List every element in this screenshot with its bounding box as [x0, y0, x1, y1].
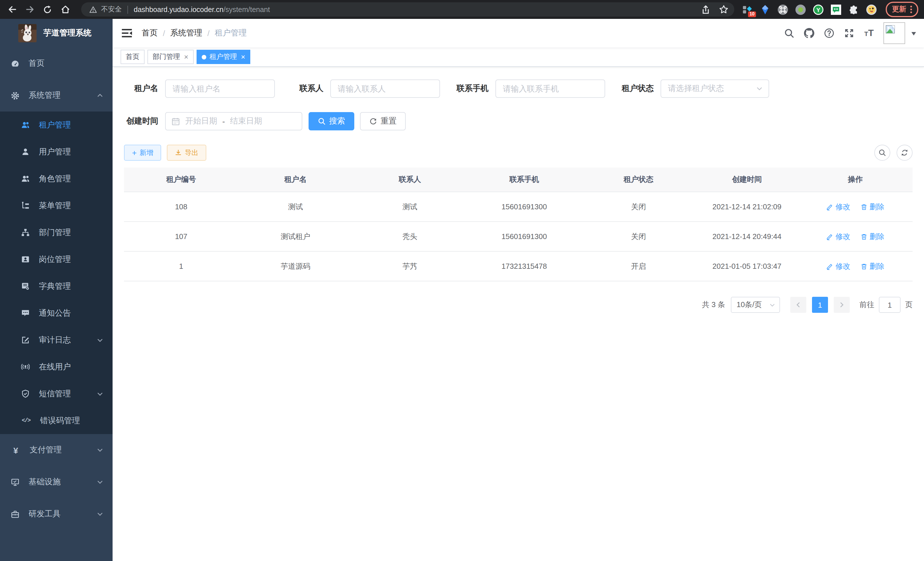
browser-back-button[interactable] [4, 2, 20, 17]
status-select[interactable]: 请选择租户状态 [661, 80, 769, 98]
shield-check-icon [21, 390, 30, 398]
cell-status: 关闭 [581, 192, 696, 222]
mobile-input[interactable] [495, 80, 605, 98]
sidebar-item-dev-tools[interactable]: 研发工具 [0, 498, 112, 530]
delete-link[interactable]: 删除 [860, 202, 884, 212]
table-row[interactable]: 108 测试 测试 15601691300 关闭 2021-12-14 21:0… [124, 192, 913, 222]
reset-button[interactable]: 重置 [360, 112, 406, 130]
sidebar-item-infra[interactable]: 基础设施 [0, 466, 112, 498]
extension-y-icon[interactable]: Y [813, 4, 824, 15]
extension-command-icon[interactable] [778, 4, 788, 15]
audit-log-icon [21, 336, 30, 344]
monitor-icon [11, 478, 20, 486]
app-logo[interactable]: 芋道管理系统 [0, 19, 112, 47]
tag-dept[interactable]: 部门管理 × [147, 50, 194, 64]
fullscreen-icon[interactable] [844, 28, 855, 38]
browser-home-button[interactable] [58, 2, 73, 17]
filter-row-2: 创建时间 开始日期 - 结束日期 搜索 重置 [124, 112, 913, 130]
sidebar-item-audit-log[interactable]: 审计日志 [0, 326, 112, 353]
font-size-icon[interactable]: TT [864, 29, 874, 38]
delete-link[interactable]: 删除 [860, 261, 884, 271]
breadcrumb-home[interactable]: 首页 [142, 28, 158, 38]
extension-tabs-icon[interactable]: 10 [742, 4, 753, 15]
edit-pencil-icon [826, 203, 833, 210]
user-menu[interactable] [884, 22, 916, 44]
sidebar-item-label: 错误码管理 [40, 415, 104, 426]
extension-chat-icon[interactable] [831, 4, 841, 15]
cell-tenant-id: 108 [124, 192, 238, 222]
browser-update-button[interactable]: 更新 [886, 2, 918, 17]
bookmark-star-icon[interactable] [719, 5, 729, 14]
sidebar-item-role[interactable]: 角色管理 [0, 165, 112, 192]
chevron-down-icon [97, 511, 104, 517]
url-path[interactable]: /system/tenant [224, 5, 270, 14]
avatar[interactable] [884, 22, 905, 44]
table-tools [874, 145, 913, 161]
goto-page-input[interactable] [879, 297, 901, 313]
chevron-right-icon [838, 301, 845, 308]
url-host[interactable]: dashboard.yudao.iocoder.cn [134, 5, 224, 14]
sidebar-item-label: 支付管理 [30, 445, 97, 455]
id-badge-icon [21, 255, 30, 264]
extension-emoji-avatar[interactable] [866, 4, 877, 15]
sidebar-item-system[interactable]: 系统管理 [0, 80, 112, 111]
next-page-button[interactable] [834, 297, 850, 313]
edit-link[interactable]: 修改 [826, 261, 850, 271]
sidebar-item-menu[interactable]: 菜单管理 [0, 192, 112, 219]
delete-link[interactable]: 删除 [860, 231, 884, 242]
tag-close-icon[interactable]: × [184, 53, 188, 61]
date-range-picker[interactable]: 开始日期 - 结束日期 [165, 112, 302, 130]
search-button[interactable]: 搜索 [309, 112, 354, 130]
help-icon[interactable] [824, 28, 835, 38]
add-button[interactable]: + 新增 [124, 145, 161, 161]
address-bar[interactable]: 不安全 dashboard.yudao.iocoder.cn/system/te… [81, 2, 734, 17]
contact-input[interactable] [330, 80, 440, 98]
sidebar-item-tenant[interactable]: 租户管理 [0, 111, 112, 138]
breadcrumb-separator: / [207, 29, 210, 38]
browser-forward-button[interactable] [22, 2, 37, 17]
sidebar-item-payment[interactable]: ¥ 支付管理 [0, 434, 112, 466]
edit-link[interactable]: 修改 [826, 231, 850, 242]
filter-label: 创建时间 [124, 116, 158, 126]
cell-created: 2021-01-05 17:03:47 [696, 251, 798, 281]
sidebar-item-sms[interactable]: 短信管理 [0, 380, 112, 407]
calendar-icon [171, 117, 180, 126]
share-icon[interactable] [700, 4, 711, 15]
search-icon[interactable] [784, 28, 795, 38]
sidebar-item-dict[interactable]: 字典管理 [0, 273, 112, 300]
sidebar-item-post[interactable]: 岗位管理 [0, 246, 112, 273]
browser-reload-button[interactable] [40, 2, 55, 17]
cell-actions: 修改 删除 [798, 192, 913, 222]
security-label[interactable]: 不安全 [101, 5, 122, 14]
browser-menu-icon[interactable] [910, 6, 912, 13]
sidebar-item-online-users[interactable]: 在线用户 [0, 353, 112, 380]
extension-recorder-icon[interactable] [795, 4, 806, 15]
breadcrumb-system[interactable]: 系统管理 [170, 28, 202, 38]
sidebar-item-home[interactable]: 首页 [0, 47, 112, 80]
table-row[interactable]: 107 测试租户 秃头 15601691300 关闭 2021-12-14 20… [124, 222, 913, 251]
github-icon[interactable] [804, 28, 814, 38]
edit-link[interactable]: 修改 [826, 202, 850, 212]
sidebar-item-label: 菜单管理 [39, 200, 104, 211]
sidebar-item-label: 系统管理 [28, 90, 97, 101]
tenant-name-input[interactable] [165, 80, 275, 98]
extensions-puzzle-icon[interactable] [849, 4, 859, 15]
sidebar-item-notice[interactable]: 通知公告 [0, 300, 112, 326]
column-header-contact: 联系人 [352, 168, 467, 192]
refresh-table-button[interactable] [897, 145, 913, 161]
table-row[interactable]: 1 芋道源码 芋艿 17321315478 开启 2021-01-05 17:0… [124, 251, 913, 281]
toggle-search-button[interactable] [874, 145, 890, 161]
extension-kite-icon[interactable] [760, 4, 770, 15]
filter-label: 租户状态 [620, 83, 654, 94]
sidebar-item-error-code[interactable]: </> 错误码管理 [0, 407, 112, 434]
tag-tenant[interactable]: 租户管理 × [196, 50, 250, 64]
export-button[interactable]: 导出 [167, 145, 206, 161]
page-size-select[interactable]: 10条/页 [731, 297, 780, 313]
sidebar-toggle-button[interactable] [112, 19, 141, 47]
tag-home[interactable]: 首页 [121, 50, 145, 64]
sidebar-item-user[interactable]: 用户管理 [0, 138, 112, 165]
current-page[interactable]: 1 [812, 297, 828, 313]
sidebar-item-dept[interactable]: 部门管理 [0, 219, 112, 246]
prev-page-button[interactable] [790, 297, 806, 313]
tag-close-icon[interactable]: × [241, 53, 245, 61]
